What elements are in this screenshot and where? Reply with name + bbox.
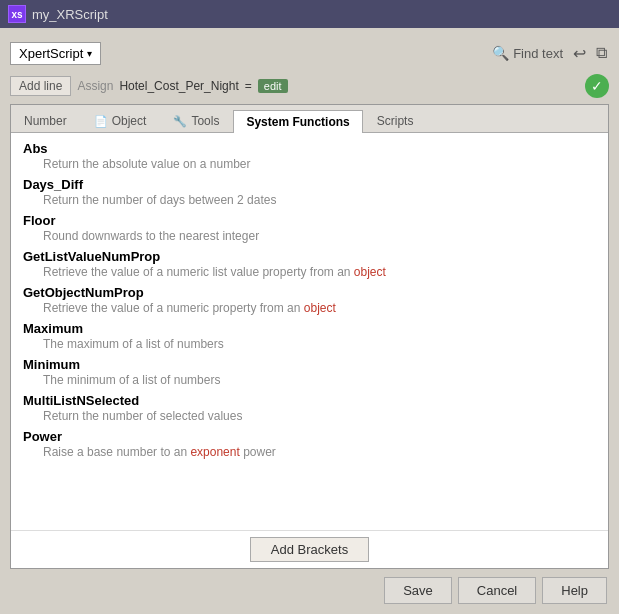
search-icon: 🔍 — [492, 45, 509, 61]
check-circle-icon[interactable]: ✓ — [585, 74, 609, 98]
list-item: MaximumThe maximum of a list of numbers — [23, 321, 596, 351]
copy-button[interactable]: ⧉ — [594, 42, 609, 64]
function-desc: Return the number of selected values — [23, 409, 596, 423]
object-tab-icon: 📄 — [94, 115, 108, 128]
copy-icon: ⧉ — [596, 44, 607, 61]
function-desc: The minimum of a list of numbers — [23, 373, 596, 387]
back-icon: ↩ — [573, 45, 586, 62]
list-item: Days_DiffReturn the number of days betwe… — [23, 177, 596, 207]
assign-variable: Hotel_Cost_Per_Night — [119, 79, 238, 93]
toolbar-row: XpertScript ▾ 🔍 Find text ↩ ⧉ — [6, 34, 613, 74]
save-button[interactable]: Save — [384, 577, 452, 604]
main-container: XpertScript ▾ 🔍 Find text ↩ ⧉ Add line — [0, 28, 619, 614]
function-name[interactable]: MultiListNSelected — [23, 393, 596, 408]
tab-tools[interactable]: 🔧 Tools — [160, 109, 232, 132]
help-button[interactable]: Help — [542, 577, 607, 604]
function-name[interactable]: Abs — [23, 141, 596, 156]
function-name[interactable]: Days_Diff — [23, 177, 596, 192]
function-name[interactable]: Power — [23, 429, 596, 444]
add-brackets-button[interactable]: Add Brackets — [250, 537, 369, 562]
list-item: AbsReturn the absolute value on a number — [23, 141, 596, 171]
list-item: MinimumThe minimum of a list of numbers — [23, 357, 596, 387]
list-item: PowerRaise a base number to an exponent … — [23, 429, 596, 459]
function-desc: Raise a base number to an exponent power — [23, 445, 596, 459]
dropdown-arrow-icon: ▾ — [87, 48, 92, 59]
function-name[interactable]: Floor — [23, 213, 596, 228]
list-item: MultiListNSelectedReturn the number of s… — [23, 393, 596, 423]
edit-badge: edit — [258, 79, 288, 93]
tab-scripts[interactable]: Scripts — [364, 109, 427, 132]
functions-list: AbsReturn the absolute value on a number… — [11, 133, 608, 530]
xpertscript-button[interactable]: XpertScript ▾ — [10, 42, 101, 65]
tab-number[interactable]: Number — [11, 109, 80, 132]
tab-system-functions[interactable]: System Functions — [233, 110, 362, 133]
cancel-button[interactable]: Cancel — [458, 577, 536, 604]
bottom-bar: Save Cancel Help — [6, 569, 613, 608]
function-desc: Return the number of days between 2 date… — [23, 193, 596, 207]
function-name[interactable]: GetObjectNumProp — [23, 285, 596, 300]
function-desc: Return the absolute value on a number — [23, 157, 596, 171]
tabs-bar: Number 📄 Object 🔧 Tools System Functions… — [11, 105, 608, 133]
find-text-button[interactable]: 🔍 Find text — [492, 45, 563, 61]
tab-object[interactable]: 📄 Object — [81, 109, 160, 132]
app-icon: xs — [8, 5, 26, 23]
assign-label: Assign — [77, 79, 113, 93]
dialog-area: Number 📄 Object 🔧 Tools System Functions… — [10, 104, 609, 569]
function-desc: The maximum of a list of numbers — [23, 337, 596, 351]
add-brackets-area: Add Brackets — [11, 530, 608, 568]
function-name[interactable]: Minimum — [23, 357, 596, 372]
function-desc: Retrieve the value of a numeric property… — [23, 301, 596, 315]
function-name[interactable]: Maximum — [23, 321, 596, 336]
function-desc: Round downwards to the nearest integer — [23, 229, 596, 243]
toolbar-left: XpertScript ▾ — [10, 42, 101, 65]
function-name[interactable]: GetListValueNumProp — [23, 249, 596, 264]
function-desc: Retrieve the value of a numeric list val… — [23, 265, 596, 279]
title-bar: xs my_XRScript — [0, 0, 619, 28]
list-item: GetObjectNumPropRetrieve the value of a … — [23, 285, 596, 315]
list-item: FloorRound downwards to the nearest inte… — [23, 213, 596, 243]
toolbar-icons: ↩ ⧉ — [571, 42, 609, 65]
toolbar-right: 🔍 Find text ↩ ⧉ — [492, 42, 609, 65]
list-item: GetListValueNumPropRetrieve the value of… — [23, 249, 596, 279]
back-button[interactable]: ↩ — [571, 42, 588, 65]
title-text: my_XRScript — [32, 7, 108, 22]
add-line-button[interactable]: Add line — [10, 76, 71, 96]
tools-tab-icon: 🔧 — [173, 115, 187, 128]
assign-equals: = — [245, 79, 252, 93]
